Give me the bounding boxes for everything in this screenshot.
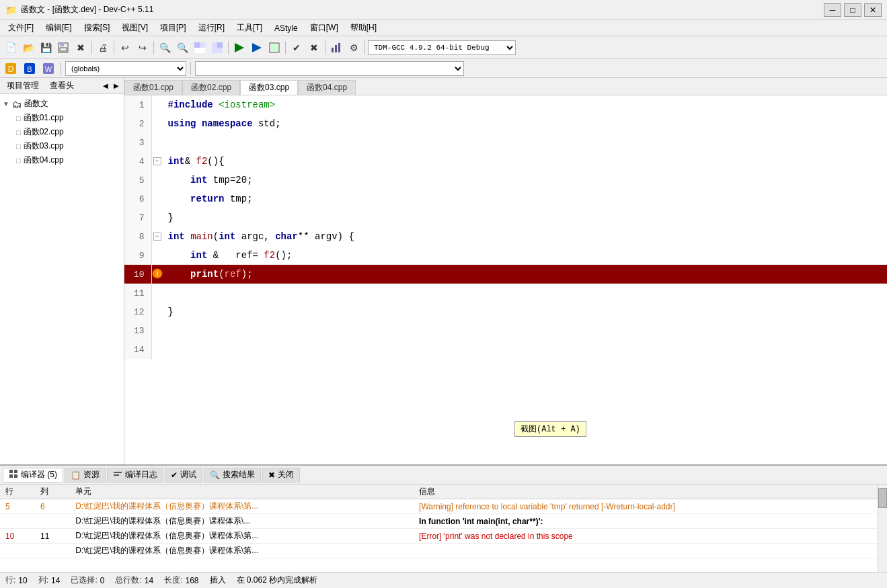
line-num-4: 4 — [124, 152, 151, 171]
title-bar: 📁 函数文 - [函数文.dev] - Dev-C++ 5.11 ─ □ ✕ — [0, 0, 887, 20]
replace-button[interactable]: 🔍 — [174, 40, 190, 56]
close-button[interactable]: ✕ — [864, 3, 882, 17]
bottom-tab-log[interactable]: 编译日志 — [107, 468, 163, 482]
menu-file[interactable]: 文件[F] — [3, 21, 39, 35]
code-editor[interactable]: 1 #include <iostream> 2 using namespace … — [124, 95, 887, 464]
redo-button[interactable]: ↪ — [134, 40, 151, 56]
save-button[interactable]: 💾 — [38, 40, 54, 56]
bottom-tab-close[interactable]: ✖ 关闭 — [262, 468, 300, 482]
zoom-in[interactable] — [192, 40, 208, 56]
table-row[interactable]: D:\红泥巴\我的课程体系（信息奥赛）课程体系\第... — [0, 544, 887, 558]
code-line-2[interactable]: using namespace std; — [163, 114, 887, 133]
open-button[interactable]: 📂 — [20, 40, 36, 56]
code-line-11[interactable] — [163, 284, 887, 302]
sidebar-nav-prev[interactable]: ◀ — [101, 81, 110, 91]
scope-select[interactable]: (globals) — [65, 61, 186, 76]
watch-button[interactable]: W — [40, 60, 56, 77]
code-line-4[interactable]: int& f2(){ — [163, 152, 887, 171]
file-item-3[interactable]: □ 函数03.cpp — [0, 139, 124, 153]
sidebar-tab-project[interactable]: 项目管理 — [3, 79, 43, 93]
bookmark-button[interactable]: B — [22, 60, 38, 77]
code-line-13[interactable] — [163, 321, 887, 340]
sidebar-tab-classes[interactable]: 查看头 — [46, 79, 78, 93]
code-line-9[interactable]: int & ref= f2(); — [163, 246, 887, 265]
bottom-tab-search[interactable]: 🔍 搜索结果 — [204, 468, 261, 482]
code-line-6[interactable]: return tmp; — [163, 190, 887, 208]
err-row-1-row: 5 — [0, 499, 35, 514]
close-file-button[interactable]: ✖ — [73, 40, 89, 56]
sep7 — [364, 41, 365, 54]
code-line-10[interactable]: print(ref); — [163, 265, 887, 284]
menu-project[interactable]: 项目[P] — [155, 21, 192, 35]
new-button[interactable]: 📄 — [3, 40, 19, 56]
zoom-out[interactable] — [209, 40, 225, 56]
code-line-7[interactable]: } — [163, 208, 887, 227]
menu-run[interactable]: 运行[R] — [193, 21, 230, 35]
table-row[interactable]: D:\红泥巴\我的课程体系（信息奥赛）课程体系\... In function … — [0, 514, 887, 529]
function-select[interactable] — [195, 61, 464, 76]
settings-button[interactable]: ⚙ — [346, 40, 362, 56]
bottom-tabs: 编译器 (5) 📋 资源 编译日志 ✔ 调试 🔍 搜索结果 ✖ — [0, 466, 887, 485]
file-item-4[interactable]: □ 函数04.cpp — [0, 153, 124, 167]
code-line-14[interactable] — [163, 340, 887, 359]
svg-rect-14 — [335, 45, 337, 52]
compile-run-button[interactable] — [231, 40, 247, 56]
menu-astyle[interactable]: AStyle — [269, 22, 303, 34]
fold-4[interactable]: − — [151, 152, 163, 171]
debug-button[interactable]: D — [3, 60, 19, 77]
tab-file-2[interactable]: 函数02.cpp — [182, 80, 240, 95]
bottom-tab-compiler[interactable]: 编译器 (5) — [3, 468, 63, 482]
menu-search[interactable]: 搜索[S] — [79, 21, 116, 35]
err-row-4-unit: D:\红泥巴\我的课程体系（信息奥赛）课程体系\第... — [70, 544, 414, 558]
code-line-1[interactable]: #include <iostream> — [163, 95, 887, 114]
compiler-select[interactable]: TDM-GCC 4.9.2 64-bit Debug — [368, 40, 516, 55]
code-line-3[interactable] — [163, 133, 887, 152]
code-line-5[interactable]: int tmp=20; — [163, 171, 887, 190]
check-syntax-button[interactable]: ✔ — [288, 40, 305, 56]
maximize-button[interactable]: □ — [844, 3, 861, 17]
run-button[interactable] — [266, 40, 282, 56]
line-num-8: 8 — [124, 227, 151, 246]
menu-help[interactable]: 帮助[H] — [345, 21, 382, 35]
code-line-12[interactable]: } — [163, 302, 887, 321]
bottom-tab-debug[interactable]: ✔ 调试 — [165, 468, 202, 482]
svg-rect-4 — [194, 48, 205, 53]
stop-compile-button[interactable]: ✖ — [306, 40, 322, 56]
minimize-button[interactable]: ─ — [824, 3, 841, 17]
svg-marker-10 — [252, 43, 262, 52]
print-button[interactable]: 🖨 — [95, 40, 111, 56]
file-item-2[interactable]: □ 函数02.cpp — [0, 125, 124, 139]
table-row: 7 } — [124, 208, 887, 227]
undo-button[interactable]: ↩ — [117, 40, 133, 56]
tab-bar: 函数01.cpp 函数02.cpp 函数03.cpp 函数04.cpp — [124, 78, 887, 95]
tab-file-3[interactable]: 函数03.cpp — [240, 80, 298, 95]
table-row[interactable]: 10 11 D:\红泥巴\我的课程体系（信息奥赛）课程体系\第... [Erro… — [0, 529, 887, 544]
project-root[interactable]: ▼ 🗂 函数文 — [0, 97, 124, 111]
scrollbar-vertical[interactable] — [878, 485, 887, 572]
menu-tools[interactable]: 工具[T] — [231, 21, 268, 35]
fold-7 — [151, 208, 163, 227]
selected-value: 0 — [100, 576, 105, 585]
menu-view[interactable]: 视图[V] — [116, 21, 153, 35]
compile-button[interactable] — [249, 40, 265, 56]
svg-text:B: B — [27, 65, 32, 73]
table-row[interactable]: 5 6 D:\红泥巴\我的课程体系（信息奥赛）课程体系\第... [Warnin… — [0, 499, 887, 514]
file-item-1[interactable]: □ 函数01.cpp — [0, 111, 124, 125]
tab-file-1[interactable]: 函数01.cpp — [124, 80, 182, 95]
sidebar-nav-next[interactable]: ▶ — [112, 81, 121, 91]
status-selected: 已选择: 0 — [71, 575, 104, 586]
sidebar-tree: ▼ 🗂 函数文 □ 函数01.cpp □ 函数02.cpp □ 函数03.cpp — [0, 94, 124, 464]
find-button[interactable]: 🔍 — [157, 40, 173, 56]
tab-file-4[interactable]: 函数04.cpp — [298, 80, 356, 95]
fold-8[interactable]: − — [151, 227, 163, 246]
bottom-tab-search-label: 搜索结果 — [223, 469, 255, 480]
file-label-4: 函数04.cpp — [24, 155, 64, 166]
save-all-button[interactable] — [55, 40, 71, 56]
menu-edit[interactable]: 编辑[E] — [40, 21, 77, 35]
bottom-tab-resources[interactable]: 📋 资源 — [65, 468, 106, 482]
err-row-3-unit: D:\红泥巴\我的课程体系（信息奥赛）课程体系\第... — [70, 529, 414, 544]
menu-window[interactable]: 窗口[W] — [305, 21, 344, 35]
code-line-8[interactable]: int main(int argc, char** argv) { — [163, 227, 887, 246]
profile-button[interactable] — [328, 40, 344, 56]
fold-13 — [151, 321, 163, 340]
